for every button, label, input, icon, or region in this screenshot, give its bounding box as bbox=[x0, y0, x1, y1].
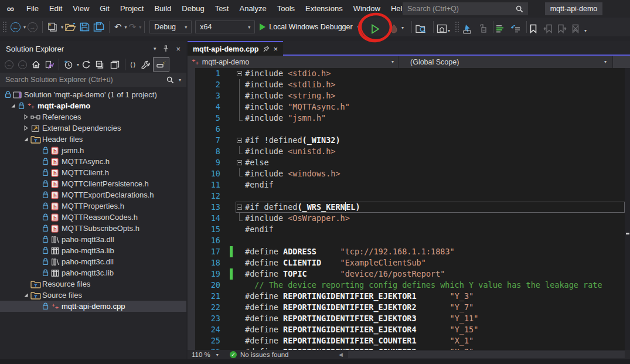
zoom-dropdown-icon[interactable]: ▾ bbox=[216, 352, 219, 358]
navigate-forward-button[interactable]: → bbox=[26, 20, 39, 34]
tree-item-mqttreasoncodes-h[interactable]: hMQTTReasonCodes.h bbox=[0, 212, 186, 223]
horizontal-scrollbar[interactable] bbox=[348, 351, 625, 358]
menu-edit[interactable]: Edit bbox=[44, 0, 67, 18]
new-project-button[interactable]: ✶ bbox=[46, 20, 60, 34]
menu-debug[interactable]: Debug bbox=[176, 0, 209, 18]
open-file-button[interactable] bbox=[63, 20, 78, 34]
menu-window[interactable]: Window bbox=[348, 0, 386, 18]
collapsed-arrow-icon[interactable] bbox=[22, 114, 30, 120]
code-line-10[interactable]: 10#include <windows.h> bbox=[195, 168, 630, 179]
zoom-control[interactable]: 110 % ▾ bbox=[188, 351, 230, 358]
uncomment-lines-button[interactable] bbox=[509, 22, 523, 36]
code-line-8[interactable]: 8#include <unistd.h> bbox=[195, 146, 630, 157]
toolbar-grip[interactable] bbox=[2, 21, 7, 33]
tree-item-paho-mqtt3c-dll[interactable]: paho-mqtt3c.dll bbox=[0, 256, 186, 267]
solution-explorer-search-input[interactable]: Search Solution Explorer (Ctrl+ü) ▾ bbox=[0, 73, 186, 87]
tree-item-references[interactable]: References bbox=[0, 111, 186, 123]
code-line-3[interactable]: 3#include <string.h> bbox=[195, 90, 630, 101]
tree-item-solution-mqtt-api-demo-1-of-1-project[interactable]: Solution 'mqtt-api-demo' (1 of 1 project… bbox=[0, 89, 186, 100]
select-element-button[interactable] bbox=[461, 22, 475, 36]
bookmarks-dropdown-icon[interactable]: ▾ bbox=[584, 28, 587, 33]
redo-button[interactable]: ↷ bbox=[127, 20, 138, 34]
tree-item-paho-mqtt3a-lib[interactable]: paho-mqtt3a.lib bbox=[0, 245, 186, 256]
undo-button[interactable]: ↶ bbox=[113, 20, 124, 34]
start-debugging-button[interactable]: Local Windows Debugger ▾ bbox=[257, 23, 362, 31]
forward-icon[interactable]: → bbox=[16, 57, 29, 72]
tree-item-mqttasync-h[interactable]: hMQTTAsync.h bbox=[0, 156, 186, 167]
comment-lines-button[interactable] bbox=[494, 22, 508, 36]
start-page-button[interactable] bbox=[435, 22, 449, 36]
properties-icon[interactable] bbox=[139, 57, 153, 72]
home-icon[interactable] bbox=[29, 57, 43, 72]
solution-platforms-dropdown[interactable]: x64▾ bbox=[195, 21, 255, 33]
tree-item-paho-mqtt3c-lib[interactable]: paho-mqtt3c.lib bbox=[0, 267, 186, 278]
pin-icon[interactable] bbox=[263, 46, 270, 52]
code-line-14[interactable]: 14#include <OsWrapper.h> bbox=[195, 213, 630, 224]
code-line-5[interactable]: 5#include "jsmn.h" bbox=[195, 113, 630, 124]
code-line-4[interactable]: 4#include "MQTTAsync.h" bbox=[195, 101, 630, 113]
start-without-debugging-button[interactable] bbox=[369, 22, 382, 36]
tree-item-resource-files[interactable]: Resource files bbox=[0, 278, 186, 290]
tree-item-mqttproperties-h[interactable]: hMQTTProperties.h bbox=[0, 200, 186, 212]
menu-extensions[interactable]: Extensions bbox=[300, 0, 348, 18]
fold-collapse-icon[interactable] bbox=[237, 138, 242, 143]
hot-reload-dropdown-icon[interactable]: ▾ bbox=[401, 25, 404, 30]
code-line-15[interactable]: 15#endif bbox=[195, 224, 630, 235]
code-line-9[interactable]: 9#else bbox=[195, 157, 630, 168]
tree-item-mqttclient-h[interactable]: hMQTTClient.h bbox=[0, 167, 186, 178]
breakpoint-margin[interactable] bbox=[188, 68, 195, 350]
menu-test[interactable]: Test bbox=[210, 0, 234, 18]
previous-bookmark-button[interactable] bbox=[542, 22, 554, 36]
solution-explorer-header[interactable]: Solution Explorer ▾ × bbox=[0, 41, 186, 56]
back-icon[interactable]: ← bbox=[2, 57, 16, 72]
tree-item-mqttsubscribeopts-h[interactable]: hMQTTSubscribeOpts.h bbox=[0, 223, 186, 234]
tree-item-paho-mqtt3a-dll[interactable]: paho-mqtt3a.dll bbox=[0, 234, 186, 245]
show-all-files-icon[interactable] bbox=[153, 57, 169, 72]
navigate-back-button[interactable]: ← bbox=[9, 20, 22, 34]
code-line-18[interactable]: 18#define CLIENTID "ExampleClientSub" bbox=[195, 257, 630, 268]
preview-selected-items-icon[interactable] bbox=[108, 57, 122, 72]
code-line-11[interactable]: 11#endif bbox=[195, 179, 630, 190]
close-icon[interactable]: × bbox=[176, 45, 181, 53]
code-line-24[interactable]: 24#define REPORTINGIDENTIFIER_EJEKTOR4 "… bbox=[195, 324, 630, 335]
refresh-icon[interactable] bbox=[79, 57, 93, 72]
tree-item-header-files[interactable]: Header files bbox=[0, 134, 186, 145]
pending-changes-filter-icon[interactable] bbox=[62, 57, 76, 72]
close-icon[interactable]: × bbox=[274, 45, 278, 53]
code-area[interactable]: 1#include <stdio.h>2#include <stdlib.h>3… bbox=[188, 68, 630, 350]
code-line-20[interactable]: 20 // The device reporting config define… bbox=[195, 280, 630, 291]
global-scope-dropdown[interactable]: (Global Scope) ▾ bbox=[399, 56, 612, 68]
run-dropdown-icon[interactable]: ▾ bbox=[357, 25, 360, 30]
code-line-25[interactable]: 25#define REPORTINGIDENTIFIER_COUNTER1 "… bbox=[195, 335, 630, 346]
vertical-scrollbar[interactable] bbox=[625, 68, 630, 350]
issues-status[interactable]: No issues found bbox=[240, 351, 288, 358]
tree-item-mqtt-api-demo[interactable]: ⁺₊mqtt-api-demo bbox=[0, 100, 186, 111]
find-in-files-button[interactable] bbox=[414, 22, 428, 36]
start-page-dropdown-icon[interactable]: ▾ bbox=[448, 28, 450, 33]
code-line-19[interactable]: 19#define TOPIC "device/16/postReport" bbox=[195, 268, 630, 280]
code-line-22[interactable]: 22#define REPORTINGIDENTIFIER_EJEKTOR2 "… bbox=[195, 302, 630, 313]
toggle-bookmark-button[interactable] bbox=[527, 22, 539, 36]
code-line-1[interactable]: 1#include <stdio.h> bbox=[195, 68, 630, 79]
hot-reload-button[interactable] bbox=[388, 22, 400, 36]
collapse-all-icon[interactable] bbox=[93, 57, 108, 72]
tree-item-mqttexportdeclarations-h[interactable]: hMQTTExportDeclarations.h bbox=[0, 189, 186, 200]
collapsed-arrow-icon[interactable] bbox=[22, 125, 30, 131]
code-line-12[interactable]: 12 bbox=[195, 190, 630, 202]
scroll-left-icon[interactable]: ◀ bbox=[339, 352, 343, 358]
save-button[interactable] bbox=[78, 20, 91, 34]
menu-analyze[interactable]: Analyze bbox=[234, 0, 271, 18]
menu-build[interactable]: Build bbox=[149, 0, 176, 18]
redo-dropdown-icon[interactable]: ▾ bbox=[139, 25, 141, 30]
project-scope-dropdown[interactable]: ⁺₊ mqtt-api-demo ▾ bbox=[188, 56, 399, 68]
menu-project[interactable]: Project bbox=[115, 0, 149, 18]
tree-item-mqtt-api-demo-cpp[interactable]: ⁺₊mqtt-api-demo.cpp bbox=[0, 301, 186, 312]
tree-item-mqttclientpersistence-h[interactable]: hMQTTClientPersistence.h bbox=[0, 178, 186, 189]
code-line-16[interactable]: 16 bbox=[195, 235, 630, 246]
fold-collapse-icon[interactable] bbox=[237, 205, 242, 210]
fold-collapse-icon[interactable] bbox=[237, 71, 242, 76]
menu-tools[interactable]: Tools bbox=[272, 0, 300, 18]
duplicate-lines-button[interactable] bbox=[476, 22, 489, 36]
tab-mqtt-api-demo-cpp[interactable]: mqtt-api-demo.cpp × bbox=[188, 41, 283, 56]
solution-configurations-dropdown[interactable]: Debug▾ bbox=[149, 21, 192, 33]
